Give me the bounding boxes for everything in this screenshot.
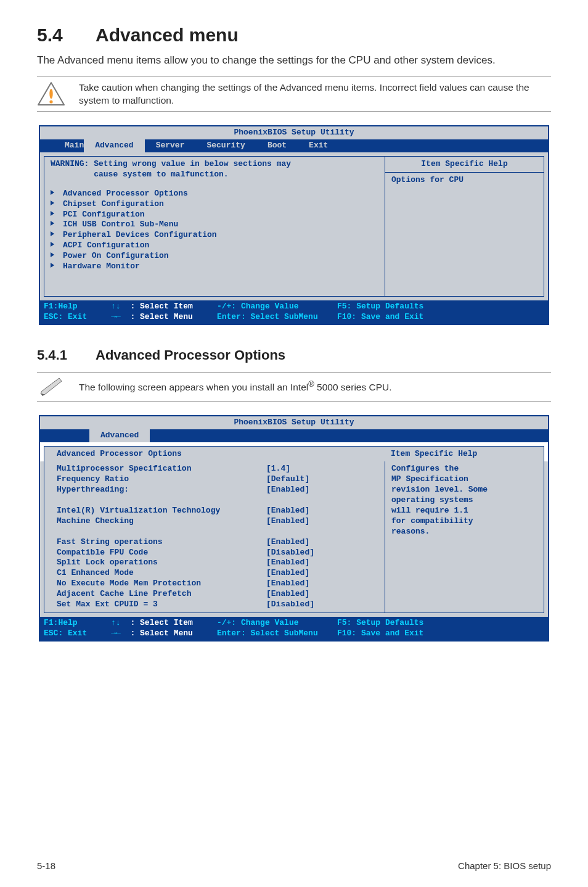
setting-value[interactable]: [Enabled] — [266, 516, 378, 527]
heading-number: 5.4 — [37, 25, 96, 46]
setting-label: Compatible FPU Code — [57, 548, 266, 558]
setting-value[interactable] — [266, 495, 378, 506]
setting-value[interactable]: [Enabled] — [266, 506, 378, 516]
menu-power-on-config[interactable]: Power On Configuration — [51, 251, 378, 262]
bios-menu-list: Advanced Processor Options Chipset Confi… — [51, 181, 378, 272]
setting-value[interactable]: [Enabled] — [266, 558, 378, 568]
bios-keybar: F1:Help ↑↓ : Select Item -/+: Change Val… — [40, 617, 548, 640]
svg-point-1 — [49, 89, 52, 99]
bios-title: PhoenixBIOS Setup Utility — [40, 416, 548, 429]
tab-boot[interactable]: Boot — [256, 139, 298, 152]
setting-label: Fast String operations — [57, 537, 266, 548]
caution-note: Take caution when changing the settings … — [37, 76, 551, 112]
bios-left-panel: Multiprocessor Specification[1.4]Frequen… — [44, 461, 385, 613]
menu-pci-config[interactable]: PCI Configuration — [51, 210, 378, 220]
setting-value[interactable]: [Enabled] — [266, 589, 378, 600]
subheading-number: 5.4.1 — [37, 347, 96, 363]
menu-acpi-config[interactable]: ACPI Configuration — [51, 241, 378, 251]
info-note: The following screen appears when you in… — [37, 372, 551, 402]
bios-screen-processor-options: PhoenixBIOS Setup Utility Advanced Advan… — [39, 415, 549, 642]
tab-advanced[interactable]: Advanced — [84, 139, 144, 152]
menu-ich-usb[interactable]: ICH USB Control Sub-Menu — [51, 220, 378, 230]
subheading: 5.4.1Advanced Processor Options — [37, 347, 551, 363]
bios-left-panel: WARNING: Setting wrong value in below se… — [44, 156, 385, 297]
tab-server[interactable]: Server — [145, 139, 196, 152]
pencil-icon — [37, 376, 65, 397]
subheading-title: Advanced Processor Options — [96, 347, 285, 363]
setting-label — [57, 527, 266, 537]
panel-title-row: Advanced Processor Options Item Specific… — [44, 446, 544, 462]
help-title: Item Specific Help — [391, 449, 537, 460]
heading: 5.4Advanced menu — [37, 25, 551, 46]
setting-value[interactable]: [Default] — [266, 474, 378, 485]
setting-label: No Execute Mode Mem Protection — [57, 579, 266, 589]
bios-screen-advanced-menu: PhoenixBIOS Setup Utility Main Advanced … — [39, 125, 549, 325]
heading-title: Advanced menu — [96, 25, 239, 45]
setting-label: Adjacent Cache Line Prefetch — [57, 589, 266, 600]
panel-title: Advanced Processor Options — [57, 449, 182, 458]
bios-tabbar: Advanced — [40, 429, 548, 442]
setting-label: Multiprocessor Specification — [57, 464, 266, 474]
page-number: 5-18 — [37, 860, 55, 871]
bios-help-panel: Item Specific Help Options for CPU — [385, 156, 544, 297]
bios-tabbar: Main Advanced Server Security Boot Exit — [40, 139, 548, 152]
menu-chipset-config[interactable]: Chipset Configuration — [51, 199, 378, 210]
setting-label: C1 Enhanced Mode — [57, 568, 266, 579]
setting-value[interactable]: [1.4] — [266, 464, 378, 474]
note-text: The following screen appears when you in… — [79, 379, 392, 394]
tab-exit[interactable]: Exit — [298, 139, 339, 152]
help-body: Configures the MP Specification revision… — [391, 464, 537, 537]
bios-warning-line1: WARNING: Setting wrong value in below se… — [51, 159, 378, 170]
setting-value[interactable]: [Disabled] — [266, 548, 378, 558]
menu-advanced-processor[interactable]: Advanced Processor Options — [51, 189, 378, 199]
menu-hardware-monitor[interactable]: Hardware Monitor — [51, 262, 378, 272]
setting-value[interactable] — [266, 527, 378, 537]
setting-label: Split Lock operations — [57, 558, 266, 568]
setting-value[interactable]: [Enabled] — [266, 537, 378, 548]
setting-label: Intel(R) Virtualization Technology — [57, 506, 266, 516]
chapter-label: Chapter 5: BIOS setup — [458, 860, 551, 871]
tab-security[interactable]: Security — [195, 139, 256, 152]
bios-keybar: F1:Help ↑↓ : Select Item -/+: Change Val… — [40, 300, 548, 324]
page-footer: 5-18 Chapter 5: BIOS setup — [37, 860, 551, 871]
tab-main[interactable]: Main — [40, 139, 84, 152]
caution-text: Take caution when changing the settings … — [79, 81, 551, 107]
setting-value[interactable]: [Enabled] — [266, 579, 378, 589]
setting-label: Machine Checking — [57, 516, 266, 527]
setting-label: Frequency Ratio — [57, 474, 266, 485]
tab-advanced[interactable]: Advanced — [89, 429, 150, 442]
bios-warning-line2: cause system to malfunction. — [51, 170, 378, 180]
bios-title: PhoenixBIOS Setup Utility — [40, 126, 548, 139]
setting-value[interactable]: [Enabled] — [266, 485, 378, 495]
svg-marker-3 — [41, 378, 62, 395]
help-body: Options for CPU — [391, 175, 537, 186]
setting-label: Set Max Ext CPUID = 3 — [57, 600, 266, 610]
setting-label: Hyperthreading: — [57, 485, 266, 495]
menu-peripheral-devices[interactable]: Peripheral Devices Configuration — [51, 230, 378, 241]
setting-value[interactable]: [Disabled] — [266, 600, 378, 610]
help-title: Item Specific Help — [385, 157, 544, 173]
bios-help-panel: Configures the MP Specification revision… — [385, 461, 544, 613]
warning-icon — [37, 81, 65, 106]
intro-text: The Advanced menu items allow you to cha… — [37, 53, 551, 68]
setting-value[interactable]: [Enabled] — [266, 568, 378, 579]
setting-label — [57, 495, 266, 506]
svg-point-2 — [49, 101, 52, 104]
